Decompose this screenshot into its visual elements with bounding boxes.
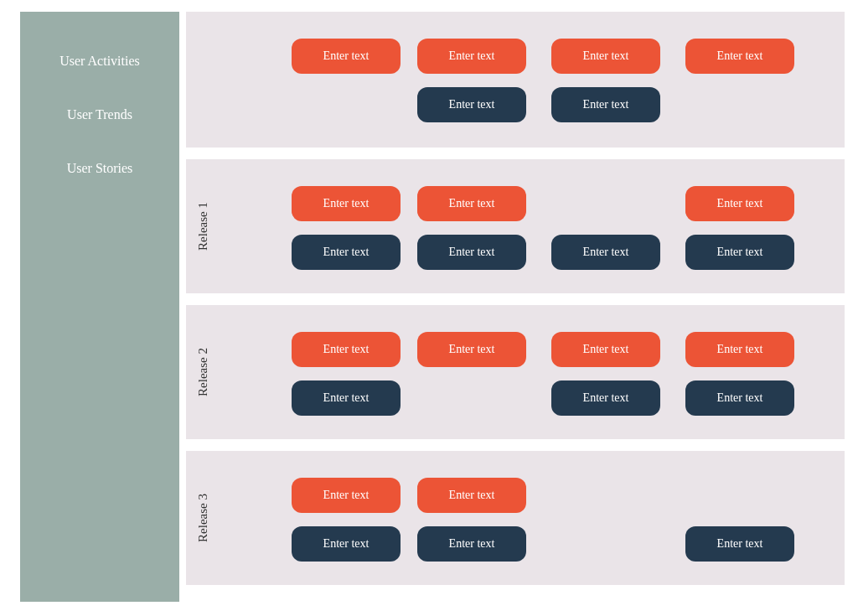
sidebar: User Activities User Trends User Stories (20, 12, 179, 602)
story-card[interactable]: Enter text (417, 235, 526, 270)
activity-card[interactable]: Enter text (685, 39, 794, 74)
sidebar-label-stories: User Stories (20, 161, 179, 176)
story-card[interactable]: Enter text (292, 235, 401, 270)
panel-release-3: Release 3 Enter text Enter text Enter te… (186, 451, 845, 585)
activity-card[interactable]: Enter text (417, 39, 526, 74)
story-card[interactable]: Enter text (292, 332, 401, 367)
story-card[interactable]: Enter text (292, 526, 401, 562)
story-card[interactable]: Enter text (685, 332, 794, 367)
story-card[interactable]: Enter text (685, 380, 794, 416)
story-card[interactable]: Enter text (685, 186, 794, 221)
story-card[interactable]: Enter text (292, 186, 401, 221)
release-label: Release 3 (196, 468, 210, 568)
story-card[interactable]: Enter text (417, 186, 526, 221)
activity-card[interactable]: Enter text (292, 39, 401, 74)
panel-release-2: Release 2 Enter text Enter text Enter te… (186, 305, 845, 439)
story-card[interactable]: Enter text (292, 380, 401, 416)
trend-card[interactable]: Enter text (417, 87, 526, 122)
release-label: Release 1 (196, 176, 210, 277)
story-map-canvas: User Activities User Trends User Stories… (0, 0, 858, 616)
sidebar-label-trends: User Trends (20, 107, 179, 122)
story-card[interactable]: Enter text (417, 526, 526, 562)
story-card[interactable]: Enter text (685, 235, 794, 270)
story-card[interactable]: Enter text (417, 332, 526, 367)
trend-card[interactable]: Enter text (551, 87, 660, 122)
story-card[interactable]: Enter text (551, 332, 660, 367)
story-card[interactable]: Enter text (292, 478, 401, 513)
story-card[interactable]: Enter text (417, 478, 526, 513)
sidebar-label-activities: User Activities (20, 54, 179, 69)
story-card[interactable]: Enter text (551, 380, 660, 416)
panel-release-1: Release 1 Enter text Enter text Enter te… (186, 159, 845, 293)
story-card[interactable]: Enter text (551, 235, 660, 270)
release-label: Release 2 (196, 322, 210, 422)
story-card[interactable]: Enter text (685, 526, 794, 562)
panel-activities-trends: Enter text Enter text Enter text Enter t… (186, 12, 845, 148)
activity-card[interactable]: Enter text (551, 39, 660, 74)
